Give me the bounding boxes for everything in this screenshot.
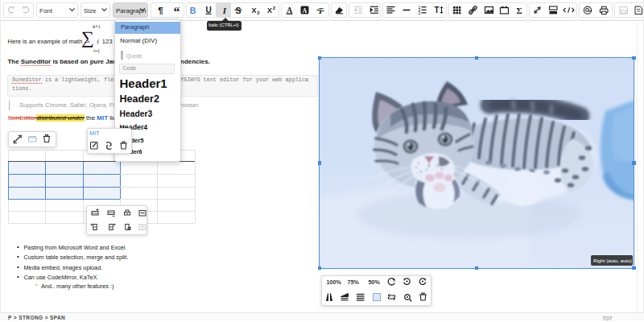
svg-text:2: 2 <box>257 10 260 15</box>
svg-text:X: X <box>267 6 272 14</box>
svg-text:B: B <box>190 6 196 15</box>
svg-text:X: X <box>251 6 256 14</box>
svg-text:¶: ¶ <box>158 6 163 15</box>
svg-text:2: 2 <box>273 6 276 10</box>
svg-text:Font: Font <box>39 7 53 14</box>
svg-text:U: U <box>205 6 211 14</box>
svg-text:Size: Size <box>84 7 97 14</box>
svg-text:Σ: Σ <box>516 6 522 15</box>
svg-text:3: 3 <box>419 10 421 15</box>
svg-text:“: “ <box>174 5 180 19</box>
svg-text:A: A <box>287 6 293 14</box>
svg-text:T: T <box>434 6 439 14</box>
svg-text:A: A <box>303 7 308 14</box>
svg-text:I: I <box>222 6 227 15</box>
